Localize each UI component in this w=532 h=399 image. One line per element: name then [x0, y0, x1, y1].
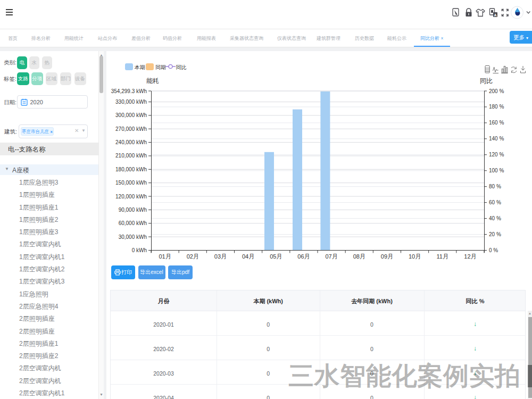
svg-text:140 %: 140 % — [489, 136, 504, 142]
svg-text:150,000 kWh: 150,000 kWh — [115, 180, 147, 186]
svg-text:80 %: 80 % — [489, 184, 501, 189]
svg-text:08月: 08月 — [353, 253, 365, 260]
svg-text:02月: 02月 — [187, 253, 199, 260]
svg-text:30,000 kWh: 30,000 kWh — [119, 234, 147, 240]
svg-text:60,000 kWh: 60,000 kWh — [119, 220, 147, 226]
svg-text:10月: 10月 — [409, 253, 421, 260]
svg-text:20 %: 20 % — [489, 231, 501, 237]
svg-text:180 %: 180 % — [489, 104, 504, 110]
svg-text:270,000 kWh: 270,000 kWh — [115, 126, 147, 132]
svg-text:11月: 11月 — [437, 253, 448, 260]
svg-text:03月: 03月 — [214, 253, 227, 260]
svg-text:60 %: 60 % — [489, 200, 501, 205]
svg-text:0 kWh: 0 kWh — [132, 247, 147, 253]
svg-text:01月: 01月 — [159, 253, 171, 260]
svg-text:210,000 kWh: 210,000 kWh — [115, 153, 147, 159]
svg-text:12月: 12月 — [464, 253, 476, 260]
svg-text:05月: 05月 — [270, 253, 282, 260]
svg-text:354,299.3 kWh: 354,299.3 kWh — [111, 88, 147, 94]
svg-text:0 %: 0 % — [489, 247, 498, 253]
svg-text:90,000 kWh: 90,000 kWh — [119, 207, 147, 213]
svg-text:04月: 04月 — [242, 253, 254, 260]
svg-text:07月: 07月 — [325, 253, 337, 260]
svg-text:120 %: 120 % — [489, 152, 504, 157]
svg-text:09月: 09月 — [381, 253, 393, 260]
svg-text:100 %: 100 % — [489, 168, 504, 173]
svg-text:330,000 kWh: 330,000 kWh — [115, 99, 147, 105]
svg-text:A: A — [494, 13, 496, 17]
svg-text:180,000 kWh: 180,000 kWh — [115, 167, 147, 172]
svg-text:300,000 kWh: 300,000 kWh — [115, 112, 147, 118]
svg-text:06月: 06月 — [297, 253, 310, 260]
svg-text:200 %: 200 % — [489, 88, 504, 94]
svg-text:120,000 kWh: 120,000 kWh — [115, 194, 147, 200]
svg-text:40 %: 40 % — [489, 215, 501, 221]
svg-text:160 %: 160 % — [489, 120, 504, 126]
svg-text:240,000 kWh: 240,000 kWh — [115, 139, 147, 145]
